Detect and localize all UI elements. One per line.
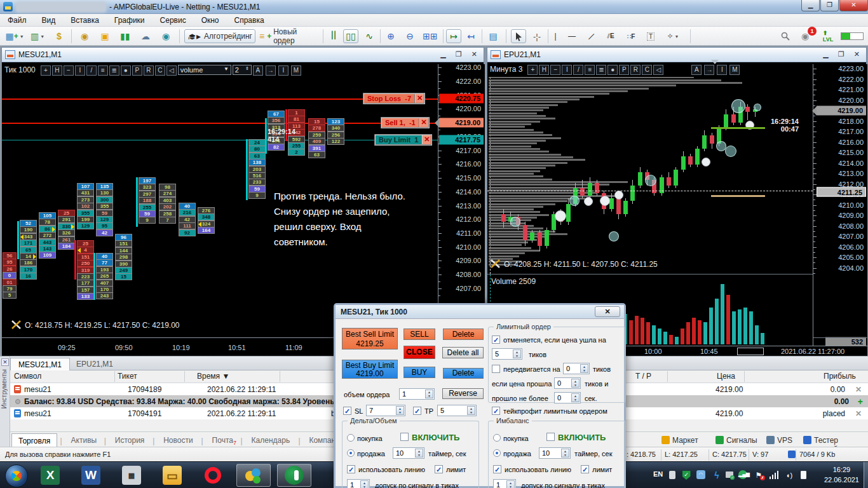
new-chart-icon[interactable]: ▦+▼ — [5, 29, 24, 43]
right-chart-tool-/[interactable]: / — [573, 65, 583, 75]
tab-Календарь[interactable]: Календарь — [245, 433, 297, 447]
community-broadcast-icon[interactable]: ◉ — [158, 29, 174, 43]
order-volume-spinner[interactable]: 1▲▼ — [399, 388, 435, 400]
tp-spinner[interactable]: 5▲▼ — [437, 405, 477, 416]
right-chart-tool-P[interactable]: P — [619, 65, 629, 75]
right-chart-window-buttons[interactable]: ▁ ❐ ✕ — [823, 50, 864, 58]
dialog-titlebar[interactable]: MESU21, Тик 1000✕ — [336, 305, 624, 319]
column-header[interactable]: Цена — [717, 372, 735, 381]
menu-Вставка[interactable]: Вставка — [63, 14, 107, 27]
service-tab-Маркет[interactable]: Маркет — [661, 436, 698, 445]
tab-Почта[interactable]: Почта7 — [206, 433, 243, 447]
new-order-button-icon[interactable]: ≡+Новый ордер — [259, 29, 319, 43]
right-chart-btn-→[interactable]: → — [704, 65, 714, 75]
minimize-button[interactable]: ▁ — [801, 0, 820, 11]
service-tab-VPS[interactable]: VPS — [766, 436, 792, 445]
cancel-if-price-checkbox[interactable]: ✓ — [492, 336, 500, 344]
market-icon[interactable]: ▣ — [97, 29, 113, 43]
chart-shift-icon[interactable]: ↤ — [464, 29, 478, 43]
power-icon[interactable] — [798, 470, 808, 480]
left-chart-tool-◁[interactable]: ◁ — [166, 65, 177, 76]
service-tab-Сигналы[interactable]: Сигналы — [715, 436, 757, 445]
right-chart-btn-M[interactable]: M — [729, 65, 740, 75]
tab-Новости[interactable]: Новости — [157, 433, 199, 447]
limit-checkbox[interactable]: ✓ — [435, 465, 443, 473]
vertical-line-icon[interactable]: | — [551, 29, 560, 43]
sell-radio[interactable] — [347, 449, 355, 457]
speaker-icon[interactable]: ◖) — [784, 470, 794, 480]
order-line-2[interactable] — [2, 140, 438, 140]
left-chart-btn-M[interactable]: M — [291, 65, 301, 76]
right-chart-tool-◁[interactable]: ◁ — [653, 65, 663, 75]
symbols-icon[interactable]: $ — [51, 29, 67, 43]
taskbar-app-metatrader[interactable] — [236, 464, 271, 487]
add-order-icon[interactable]: + — [858, 396, 863, 407]
line-chart-icon[interactable]: ∿ — [362, 29, 376, 43]
usb-icon[interactable]: ✓ — [724, 470, 735, 480]
order-close-icon[interactable]: ✕ — [421, 135, 431, 144]
left-chart-tool-+[interactable]: + — [41, 65, 51, 76]
price-level-dashed-line[interactable] — [487, 191, 813, 191]
column-header[interactable]: Прибыль — [824, 372, 856, 381]
timer-spinner[interactable]: 10▲▼ — [539, 447, 571, 459]
enable-checkbox[interactable] — [400, 433, 409, 441]
zoom-out-icon[interactable]: ⊖ — [403, 29, 417, 43]
shapes-icon[interactable]: ✧▼ — [662, 29, 684, 43]
elapsed-sec-spinner[interactable]: 0▲▼ — [554, 392, 581, 403]
shield-icon[interactable]: ✓ — [681, 470, 691, 480]
wallet-icon[interactable]: ◉ — [76, 29, 93, 43]
row-close-icon[interactable]: ✕ — [855, 409, 862, 418]
delete-buy-button[interactable]: Delete — [443, 368, 484, 379]
order-close-icon[interactable]: ✕ — [419, 118, 428, 127]
bolt-icon[interactable]: ϟ — [712, 470, 722, 480]
close-button[interactable]: ✕ — [839, 0, 868, 11]
best-buy-limit-button[interactable]: Best Buy Limit4219.00 — [342, 360, 398, 379]
taskbar-app-calculator[interactable]: ▦ — [114, 464, 149, 487]
move-ticks-spinner[interactable]: 0▲▼ — [563, 363, 590, 374]
volume-dropdown[interactable]: volume ▼ — [178, 65, 231, 75]
right-chart-tool-−[interactable]: − — [550, 65, 560, 75]
taskbar-app-excel[interactable]: X — [33, 464, 67, 487]
left-chart-tool-/[interactable]: / — [86, 65, 97, 76]
tile-windows-icon[interactable]: ⊞⊞ — [423, 29, 438, 43]
best-sell-limit-button[interactable]: Best Sell Limit4219.25 — [342, 328, 398, 349]
search-icon[interactable] — [778, 29, 792, 43]
order-line-1[interactable] — [2, 123, 438, 124]
sl-checkbox[interactable]: ✓ — [343, 407, 351, 415]
column-header[interactable]: Тикет — [118, 372, 137, 381]
templates-icon[interactable]: ▤ — [485, 29, 501, 43]
order-volume-spinner[interactable]: 2 ⇕ — [233, 65, 252, 75]
passed-ticks-spinner[interactable]: 0▲▼ — [554, 377, 581, 389]
menu-Окно[interactable]: Окно — [194, 14, 227, 27]
levels-icon[interactable]: ⬆LVL — [820, 29, 836, 43]
start-button[interactable] — [5, 464, 28, 487]
horizontal-line-icon[interactable]: — — [564, 29, 580, 43]
tolerance-spinner[interactable]: 1▲▼ — [493, 479, 516, 488]
enable-checkbox[interactable] — [546, 433, 555, 441]
close-position-button[interactable]: CLOSE — [403, 346, 435, 359]
sl-spinner[interactable]: 7▲▼ — [366, 405, 405, 416]
order-label-sell-1-[interactable]: Sell 1, -1✕ — [381, 117, 430, 128]
left-chart-btn-A[interactable]: A — [253, 65, 263, 76]
buy-radio[interactable] — [493, 434, 501, 442]
left-chart-tool-−[interactable]: − — [64, 65, 74, 76]
tab-История[interactable]: История — [109, 433, 151, 447]
entry-level-line[interactable] — [711, 195, 765, 197]
left-chart-tool-I[interactable]: I — [75, 65, 85, 76]
flag-icon[interactable]: ⚑✗ — [754, 470, 764, 480]
chart-tab-MESU21,M1[interactable]: MESU21,M1 — [10, 358, 70, 370]
ticks-spinner[interactable]: 5▲▼ — [492, 348, 522, 360]
reverse-button[interactable]: Reverse — [442, 388, 484, 399]
crosshair-icon[interactable]: -¦- — [529, 29, 545, 43]
right-chart-canvas[interactable]: 16:29:1400:47O: 4208.25 H: 4211.50 L: 42… — [487, 77, 813, 274]
column-header[interactable]: T / P — [635, 372, 651, 381]
takeprofit-limit-checkbox[interactable]: ✓ — [492, 407, 500, 415]
tray-clock[interactable]: 16:2922.06.2021 — [824, 464, 859, 485]
dialog-close-button[interactable]: ✕ — [595, 306, 620, 317]
use-line-checkbox[interactable]: ✓ — [493, 465, 501, 473]
column-header[interactable]: Время ▼ — [197, 372, 229, 381]
signal-icon[interactable]: ▂▄▆ — [738, 470, 749, 480]
tab-Торговля[interactable]: Торговля — [11, 433, 57, 447]
right-chart-tool-H[interactable]: H — [539, 65, 549, 75]
buy-radio[interactable] — [347, 434, 355, 442]
